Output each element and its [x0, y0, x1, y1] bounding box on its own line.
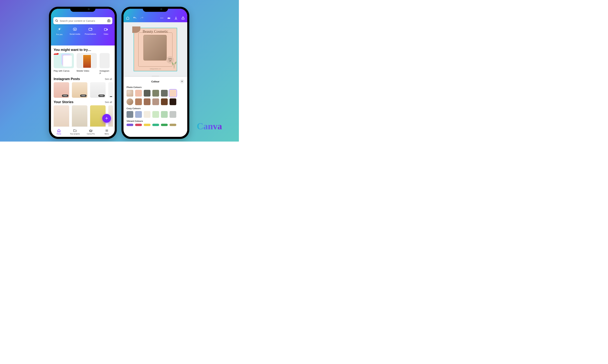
download-button[interactable] [174, 16, 178, 21]
svg-point-4 [61, 28, 61, 28]
colour-swatch[interactable] [161, 124, 168, 126]
category-video[interactable]: Video [100, 27, 112, 35]
nav-projects[interactable]: Your projects [67, 127, 83, 137]
sheet-header: Colour [126, 79, 184, 84]
pro-button[interactable] [167, 16, 171, 21]
editor-screen: Beauty Cosmetic 20% Off reallygreatsite.… [124, 9, 187, 137]
crown-fill-icon [167, 16, 171, 20]
try-scroll[interactable]: TRY Play with Canva Mobile Video Instagr… [51, 53, 115, 75]
undo-button[interactable] [133, 16, 137, 21]
colour-swatch[interactable] [126, 124, 133, 126]
story-card[interactable] [54, 105, 69, 127]
try-label: Instagram P [99, 70, 110, 75]
cozy-colours-row [126, 111, 184, 118]
close-button[interactable] [180, 79, 184, 84]
colour-swatch[interactable] [152, 90, 159, 97]
phone-editor: Beauty Cosmetic 20% Off reallygreatsite.… [122, 7, 189, 139]
home-button[interactable] [126, 16, 130, 21]
colour-swatch[interactable] [144, 124, 151, 126]
ig-post-card[interactable] [108, 82, 113, 98]
colour-swatch[interactable] [161, 90, 168, 97]
ig-post-card[interactable] [90, 82, 106, 98]
heart-bubble-icon [73, 27, 77, 32]
colour-swatch[interactable] [169, 98, 176, 105]
photo-colours-row-1 [126, 90, 184, 97]
presentation-icon [88, 27, 93, 32]
svg-point-16 [163, 18, 163, 18]
colour-swatch[interactable] [135, 90, 142, 97]
colour-swatch[interactable] [144, 111, 151, 118]
category-for-you[interactable]: For you [53, 27, 66, 35]
fab-create-button[interactable]: + [102, 114, 111, 123]
download-icon [174, 16, 178, 20]
phone-notch [143, 7, 168, 12]
try-card-instagram[interactable]: Instagram P [99, 53, 110, 75]
canvas-area[interactable]: Beauty Cosmetic 20% Off reallygreatsite.… [124, 22, 187, 77]
svg-point-5 [58, 31, 58, 31]
colour-swatch[interactable] [144, 90, 151, 97]
story-card[interactable] [72, 105, 87, 127]
ig-scroll[interactable] [51, 82, 115, 98]
design-photo[interactable] [143, 35, 167, 61]
home-outline-icon [126, 16, 130, 20]
share-button[interactable] [181, 16, 185, 21]
undo-icon [133, 16, 137, 20]
svg-rect-7 [89, 28, 92, 30]
try-thumb [99, 53, 110, 68]
colour-swatch[interactable] [144, 98, 151, 105]
colour-swatch[interactable] [152, 98, 159, 105]
colour-swatch-selected[interactable] [169, 90, 176, 97]
try-badge: TRY [54, 53, 58, 55]
svg-rect-9 [104, 28, 107, 31]
search-icon [55, 19, 58, 22]
category-label: Presentations [85, 33, 96, 35]
editor-toolbar [126, 16, 185, 21]
menu-icon [105, 129, 109, 132]
colour-swatch[interactable] [135, 98, 142, 105]
ig-post-card[interactable] [54, 82, 69, 98]
category-presentations[interactable]: Presentations [84, 27, 97, 35]
search-input[interactable]: Search your content or Canva's [53, 17, 112, 24]
redo-button[interactable] [140, 16, 144, 21]
palette-source-icon[interactable] [126, 98, 133, 105]
category-label: Video [104, 33, 108, 35]
svg-point-0 [55, 20, 57, 21]
try-card-play[interactable]: TRY Play with Canva [54, 53, 74, 75]
ig-post-card[interactable] [72, 82, 87, 98]
see-all-link[interactable]: See all [105, 101, 112, 104]
svg-point-3 [108, 20, 109, 21]
colour-sheet: Colour Photo Colours [124, 77, 187, 137]
section-ig-head: Instagram Posts See all [51, 75, 115, 82]
more-button[interactable] [160, 16, 164, 21]
colour-swatch[interactable] [161, 98, 168, 105]
palette-source-icon[interactable] [126, 90, 133, 97]
svg-point-14 [160, 18, 161, 18]
nav-menu[interactable]: Menu [99, 127, 115, 137]
colour-swatch[interactable] [152, 124, 159, 126]
colour-swatch[interactable] [169, 111, 176, 118]
camera-icon[interactable] [107, 19, 111, 23]
try-card-mobile-video[interactable]: Mobile Video [77, 53, 97, 75]
svg-point-8 [91, 29, 92, 29]
nav-pro[interactable]: Canva Pro [83, 127, 99, 137]
colour-swatch[interactable] [126, 111, 133, 118]
try-label: Play with Canva [54, 70, 74, 72]
colour-swatch[interactable] [135, 111, 142, 118]
colour-swatch[interactable] [161, 111, 168, 118]
section-title: Instagram Posts [54, 77, 80, 81]
photo-colours-row-2 [126, 98, 184, 105]
see-all-link[interactable]: See all [105, 78, 112, 80]
category-social[interactable]: Social media [69, 27, 81, 35]
home-header: Search your content or Canva's For you S… [51, 9, 115, 46]
swatch-section-label: Photo Colours [126, 86, 184, 89]
colour-swatch[interactable] [135, 124, 142, 126]
sheet-handle[interactable] [152, 76, 159, 77]
search-placeholder: Search your content or Canva's [60, 19, 106, 22]
colour-swatch[interactable] [169, 124, 176, 126]
try-thumb: TRY [54, 53, 74, 68]
colour-swatch[interactable] [152, 111, 159, 118]
design-canvas[interactable]: Beauty Cosmetic 20% Off reallygreatsite.… [134, 28, 177, 71]
nav-home[interactable]: Home [51, 127, 67, 137]
nav-label: Canva Pro [87, 133, 95, 135]
home-screen: Search your content or Canva's For you S… [51, 9, 115, 137]
